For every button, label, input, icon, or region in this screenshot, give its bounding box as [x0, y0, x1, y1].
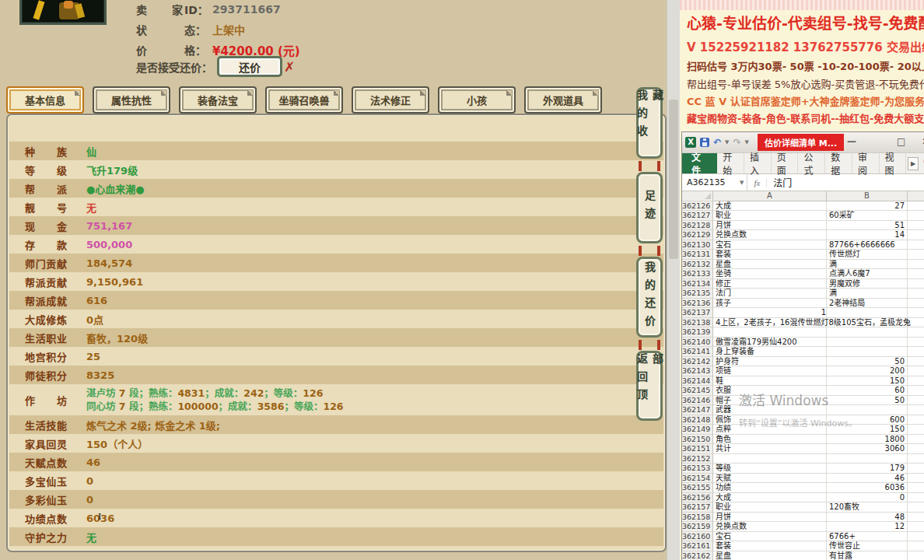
cell-b[interactable]: 点满人6魔7: [827, 269, 908, 279]
cell-c[interactable]: [908, 250, 924, 260]
row-header[interactable]: 362126: [682, 201, 713, 212]
ribbon-tab-6[interactable]: 视图: [880, 153, 907, 173]
row-header[interactable]: 362158: [682, 513, 713, 523]
cell-c[interactable]: [908, 327, 924, 338]
row-header[interactable]: 362136: [682, 299, 713, 309]
minimize-icon[interactable]: —: [847, 136, 856, 147]
cell-a[interactable]: 套装: [713, 541, 827, 551]
cell-b[interactable]: 179: [827, 464, 908, 474]
cell-b[interactable]: 3060: [827, 444, 908, 454]
cell-a[interactable]: 护身符: [713, 357, 827, 367]
cell-a[interactable]: 大成: [713, 493, 827, 503]
column-header-a[interactable]: A: [713, 191, 827, 201]
cell-a[interactable]: 坐骑: [713, 269, 827, 279]
row-header[interactable]: 362127: [682, 211, 713, 221]
cell-a[interactable]: 兑换点数: [713, 522, 827, 532]
cell-b[interactable]: 48: [827, 513, 908, 523]
row-header[interactable]: 362133: [682, 269, 713, 279]
tab-0[interactable]: 基本信息: [6, 86, 84, 114]
row-header[interactable]: 362151: [682, 444, 713, 454]
cell-a[interactable]: 孩子: [713, 299, 827, 309]
cell-a[interactable]: 4上区，2老孩子，16混传世燃灯8级105宝石，孟极龙兔: [713, 318, 827, 328]
row-header[interactable]: 362135: [682, 289, 713, 299]
cell-c[interactable]: [908, 551, 924, 560]
cell-c[interactable]: [908, 444, 924, 454]
row-header[interactable]: 362138: [682, 318, 713, 328]
cell-b[interactable]: 满: [827, 289, 908, 299]
cell-c[interactable]: [908, 502, 924, 513]
cell-c[interactable]: [908, 260, 924, 270]
row-header[interactable]: 362128: [682, 221, 713, 231]
tab-file[interactable]: 文件: [682, 153, 717, 173]
cell-a[interactable]: 身上穿装备: [713, 347, 827, 357]
cell-b[interactable]: 传世燃灯: [827, 250, 908, 260]
cell-c[interactable]: [908, 522, 924, 532]
tab-2[interactable]: 装备法宝: [179, 86, 257, 114]
cell-b[interactable]: 150: [827, 376, 908, 387]
cell-a[interactable]: 共计: [713, 444, 827, 454]
cell-c[interactable]: [908, 269, 924, 279]
cell-b[interactable]: 2老神结局: [827, 299, 908, 309]
cell-a[interactable]: 鞋: [713, 376, 827, 387]
cell-a[interactable]: 傲雪凌霜179男仙4200: [713, 338, 827, 348]
tab-1[interactable]: 属性抗性: [93, 86, 170, 114]
row-header[interactable]: 362132: [682, 260, 713, 270]
cell-b[interactable]: 120畜牧: [827, 502, 908, 513]
cell-a[interactable]: 功绩: [713, 483, 827, 493]
cell-b[interactable]: 51: [827, 221, 908, 231]
tab-3[interactable]: 坐骑召唤兽: [265, 86, 343, 114]
cell-b[interactable]: 200: [827, 366, 908, 376]
cell-b[interactable]: 有甘露: [827, 551, 908, 560]
row-header[interactable]: 362143: [682, 366, 713, 376]
name-box[interactable]: A362135: [682, 177, 737, 187]
cell-c[interactable]: [908, 221, 924, 231]
row-header[interactable]: 362147: [682, 405, 713, 415]
ribbon-expand-icon[interactable]: ▶: [908, 157, 919, 170]
cell-a[interactable]: 星盘: [713, 551, 827, 560]
cell-c[interactable]: [908, 211, 924, 221]
row-header[interactable]: 362162: [682, 551, 713, 560]
row-header[interactable]: 362149: [682, 425, 713, 435]
column-header-b[interactable]: B: [827, 191, 908, 201]
cell-b[interactable]: [827, 308, 908, 318]
cell-b[interactable]: 60: [827, 386, 908, 396]
cell-a[interactable]: 等级: [713, 464, 827, 474]
row-header[interactable]: 362160: [682, 532, 713, 542]
cell-c[interactable]: [908, 405, 924, 415]
cell-b[interactable]: 6766+: [827, 532, 908, 542]
cell-c[interactable]: [908, 386, 924, 396]
row-header[interactable]: 362154: [682, 474, 713, 484]
cell-c[interactable]: [908, 299, 924, 309]
row-header[interactable]: 362156: [682, 493, 713, 503]
row-header[interactable]: 362144: [682, 376, 713, 387]
ribbon-tab-1[interactable]: 插入: [744, 153, 772, 173]
cell-b[interactable]: 87766+6666666: [827, 240, 908, 250]
cell-b[interactable]: [827, 338, 908, 348]
cell-b[interactable]: 46: [827, 474, 908, 484]
cell-a[interactable]: 宝石: [713, 240, 827, 250]
cell-b[interactable]: 150: [827, 425, 908, 435]
cell-c[interactable]: [908, 474, 924, 484]
bargain-button[interactable]: 还价: [217, 56, 282, 77]
name-box-dropdown-icon[interactable]: ▼: [737, 174, 747, 191]
cell-b[interactable]: [827, 454, 908, 464]
cell-a[interactable]: 衣服: [713, 386, 827, 396]
cell-a[interactable]: 宝石: [713, 532, 827, 542]
cell-c[interactable]: [908, 396, 924, 406]
cell-b[interactable]: [827, 347, 908, 357]
row-header[interactable]: 362148: [682, 415, 713, 425]
cell-a[interactable]: [713, 327, 827, 338]
row-header[interactable]: 362152: [682, 454, 713, 464]
row-header[interactable]: 362141: [682, 347, 713, 357]
cell-c[interactable]: [908, 513, 924, 523]
cell-c[interactable]: [908, 415, 924, 425]
cell-a[interactable]: 帽子: [713, 396, 827, 406]
cell-a[interactable]: 套装: [713, 250, 827, 260]
cell-c[interactable]: [908, 366, 924, 376]
quick-access-dropdown-icon[interactable]: ▼: [745, 139, 749, 145]
select-all-corner[interactable]: [682, 191, 713, 201]
scrollbar-thumb[interactable]: [669, 100, 678, 259]
cell-c[interactable]: [908, 289, 924, 299]
cell-c[interactable]: [908, 240, 924, 250]
cell-b[interactable]: 6036: [827, 483, 908, 493]
